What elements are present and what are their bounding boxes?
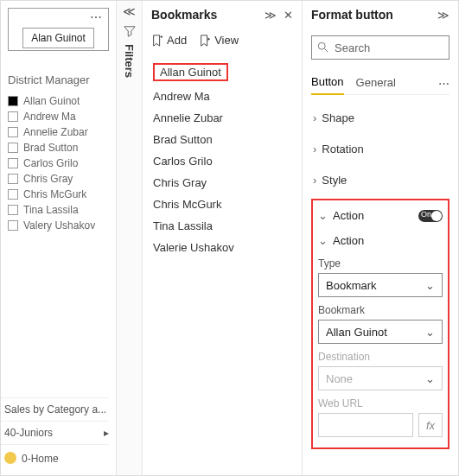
chevron-down-icon: ⌄ bbox=[425, 372, 435, 385]
weburl-input[interactable] bbox=[318, 413, 413, 437]
search-icon bbox=[317, 41, 329, 54]
action-header[interactable]: ⌄Action bbox=[318, 209, 364, 222]
format-search-input[interactable]: Search bbox=[311, 35, 449, 60]
bookmark-item[interactable]: Annelie Zubar bbox=[151, 107, 293, 129]
visual-collapsed[interactable]: Sales by Category a... bbox=[1, 397, 109, 421]
action-toggle[interactable]: On bbox=[418, 210, 443, 222]
bookmark-list: Allan Guinot Andrew Ma Annelie Zubar Bra… bbox=[151, 59, 293, 258]
tab-general[interactable]: General bbox=[356, 73, 396, 94]
bookmark-item[interactable]: Chris Gray bbox=[151, 172, 293, 194]
field-label-weburl: Web URL bbox=[318, 397, 443, 409]
chevron-down-icon: ⌄ bbox=[425, 326, 435, 339]
field-label-destination: Destination bbox=[318, 351, 443, 363]
checkbox-icon bbox=[8, 205, 18, 215]
bookmark-add-icon bbox=[151, 35, 163, 47]
chevron-right-icon: ▸ bbox=[104, 427, 109, 439]
checkbox-icon bbox=[8, 220, 18, 231]
filters-pane-collapsed: ≪ Filters bbox=[117, 1, 143, 475]
expand-filters-icon[interactable]: ≪ bbox=[123, 4, 136, 18]
chevron-right-icon: › bbox=[313, 143, 316, 155]
more-icon[interactable]: ⋯ bbox=[438, 77, 449, 90]
bookmark-item[interactable]: Chris McGurk bbox=[151, 194, 293, 215]
slicer-item[interactable]: Allan Guinot bbox=[8, 93, 109, 109]
bookmark-item[interactable]: Allan Guinot bbox=[151, 59, 293, 86]
bookmark-view-icon bbox=[199, 35, 211, 47]
fx-button[interactable]: fx bbox=[418, 413, 443, 437]
bookmarks-pane: Bookmarks ≫ ✕ Add View Allan Guinot Andr… bbox=[143, 1, 303, 475]
section-action: ⌄Action On ⌄Action Type Bookmark⌄ Bookma… bbox=[311, 199, 449, 449]
chevron-right-icon: › bbox=[313, 111, 316, 124]
slicer-item[interactable]: Chris McGurk bbox=[8, 187, 109, 202]
slicer-item[interactable]: Brad Sutton bbox=[8, 140, 109, 155]
slicer-title: District Manager bbox=[8, 73, 109, 86]
slicer-item[interactable]: Andrew Ma bbox=[8, 109, 109, 124]
filters-label: Filters bbox=[123, 44, 136, 78]
tab-button[interactable]: Button bbox=[311, 72, 344, 95]
pane-title: Bookmarks bbox=[151, 8, 217, 22]
chevron-right-icon: › bbox=[313, 174, 316, 187]
checkbox-icon bbox=[8, 127, 18, 137]
visual-collapsed[interactable]: 0-Home bbox=[1, 444, 109, 470]
chevron-down-icon: ⌄ bbox=[425, 279, 435, 292]
chevron-down-icon: ⌄ bbox=[318, 209, 328, 222]
button-visual[interactable]: ⋯ Alan Guinot bbox=[8, 8, 109, 51]
checkbox-icon bbox=[8, 174, 18, 184]
bookmark-item[interactable]: Tina Lassila bbox=[151, 215, 293, 237]
section-shape[interactable]: ›Shape bbox=[311, 102, 449, 133]
pane-title: Format button bbox=[311, 8, 393, 22]
slicer-item[interactable]: Valery Ushakov bbox=[8, 218, 109, 233]
dot-icon bbox=[4, 452, 16, 464]
chevron-down-icon: ⌄ bbox=[318, 234, 328, 247]
visual-more-icon[interactable]: ⋯ bbox=[90, 10, 103, 24]
format-pane: Format button ≫ Search Button General ⋯ … bbox=[303, 1, 458, 475]
button-visual-text: Alan Guinot bbox=[22, 28, 94, 48]
pane-expand-icon[interactable]: ≫ bbox=[265, 9, 277, 22]
section-rotation[interactable]: ›Rotation bbox=[311, 133, 449, 164]
field-label-type: Type bbox=[318, 257, 443, 270]
slicer-list: Allan Guinot Andrew Ma Annelie Zubar Bra… bbox=[8, 93, 109, 233]
report-canvas-left: ⋯ Alan Guinot District Manager Allan Gui… bbox=[1, 1, 117, 475]
pane-expand-icon[interactable]: ≫ bbox=[437, 9, 449, 22]
destination-dropdown: None⌄ bbox=[318, 366, 443, 390]
checkbox-icon bbox=[8, 189, 18, 200]
slicer-item[interactable]: Annelie Zubar bbox=[8, 124, 109, 140]
bookmark-view-button[interactable]: View bbox=[199, 34, 239, 47]
slicer-item[interactable]: Chris Gray bbox=[8, 171, 109, 187]
checkbox-icon bbox=[8, 158, 18, 168]
close-icon[interactable]: ✕ bbox=[284, 9, 293, 22]
bookmark-item[interactable]: Brad Sutton bbox=[151, 129, 293, 150]
type-dropdown[interactable]: Bookmark⌄ bbox=[318, 273, 443, 297]
checkbox-icon bbox=[8, 143, 18, 153]
bookmark-item[interactable]: Andrew Ma bbox=[151, 86, 293, 107]
action-subheader[interactable]: ⌄Action bbox=[318, 234, 364, 247]
field-label-bookmark: Bookmark bbox=[318, 304, 443, 316]
visual-collapsed[interactable]: 40-Juniors▸ bbox=[1, 421, 109, 444]
slicer-item[interactable]: Carlos Grilo bbox=[8, 155, 109, 171]
slicer-item[interactable]: Tina Lassila bbox=[8, 202, 109, 218]
svg-point-0 bbox=[318, 42, 325, 49]
bookmark-item[interactable]: Valerie Ushakov bbox=[151, 237, 293, 258]
section-style[interactable]: ›Style bbox=[311, 164, 449, 195]
checkbox-icon bbox=[8, 111, 18, 122]
bookmark-dropdown[interactable]: Allan Guinot⌄ bbox=[318, 320, 443, 344]
checkbox-icon bbox=[8, 96, 18, 106]
bookmark-add-button[interactable]: Add bbox=[151, 34, 187, 47]
filter-icon[interactable] bbox=[124, 25, 136, 37]
bookmark-item[interactable]: Carlos Grilo bbox=[151, 150, 293, 172]
